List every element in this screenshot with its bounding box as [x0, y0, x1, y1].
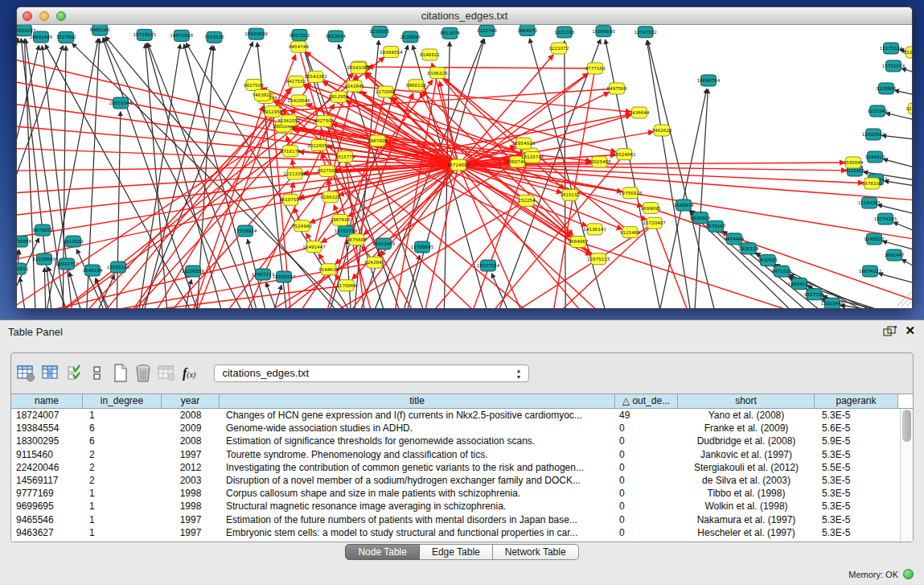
graph-node[interactable]: 6466160	[90, 25, 110, 35]
graph-node[interactable]: 16648784	[697, 75, 721, 86]
graph-node[interactable]: 1244413	[865, 151, 885, 163]
graph-node[interactable]: 1545194	[83, 265, 103, 276]
table-row[interactable]: 1872400712008Changes of HCN gene express…	[11, 409, 913, 422]
graph-node[interactable]: 9313939	[64, 236, 84, 247]
import-table-icon[interactable]	[158, 362, 177, 385]
graph-node[interactable]: 18524861	[613, 149, 636, 160]
graph-node[interactable]: 3125748	[477, 25, 497, 36]
table-row[interactable]: 2242004622012Investigating the contribut…	[11, 461, 913, 474]
table-row[interactable]: 946554611997Estimation of the future num…	[11, 513, 913, 526]
graph-node[interactable]: 12213386	[283, 168, 306, 179]
graph-node[interactable]: 8471626	[771, 266, 791, 277]
graph-node[interactable]: 19384554	[380, 47, 403, 58]
graph-node[interactable]: 9684067	[569, 236, 589, 247]
graph-node[interactable]: 12104385	[858, 197, 881, 208]
graph-node[interactable]: 13747032	[634, 27, 656, 38]
new-table-icon[interactable]	[113, 362, 129, 385]
graph-node[interactable]: 9329966	[877, 83, 897, 94]
graph-node[interactable]: 9242845	[344, 80, 364, 92]
graph-node[interactable]: 9218506	[370, 26, 390, 37]
graph-node[interactable]: 9146821	[420, 49, 440, 60]
network-graph-canvas[interactable]: 1403557220691406106532871527602646616010…	[17, 25, 912, 308]
graph-node[interactable]: 1595844	[844, 157, 864, 168]
graph-node[interactable]: 9827508	[317, 165, 337, 176]
graph-node[interactable]: 5878330	[862, 178, 882, 189]
table-options-icon[interactable]	[17, 362, 36, 385]
graph-node[interactable]: 8938923	[690, 212, 710, 224]
column-header-title[interactable]: title	[220, 394, 615, 408]
graph-node[interactable]: 7462620	[652, 125, 672, 136]
graph-node[interactable]: 12505135	[107, 262, 130, 273]
graph-node[interactable]: 1691447	[885, 249, 905, 261]
table-row[interactable]: 946362711997Embryonic stem cells: a mode…	[11, 526, 913, 539]
graph-node[interactable]: 9699695	[641, 203, 661, 214]
graph-node[interactable]: 8186328	[320, 192, 340, 203]
graph-node[interactable]: 20691406	[30, 31, 53, 43]
graph-node[interactable]: 1221393	[554, 27, 574, 38]
select-all-icon[interactable]	[67, 362, 84, 385]
table-row[interactable]: 1830029562008Estimation of significance …	[11, 435, 913, 447]
graph-node[interactable]: 2935114	[738, 243, 758, 254]
graph-node[interactable]: 1232544	[906, 103, 912, 114]
graph-node[interactable]: 1221072	[549, 43, 569, 54]
function-builder-icon[interactable]: f(x)	[183, 362, 195, 385]
table-chooser-dropdown[interactable]: citations_edges.txt▲▼	[214, 365, 529, 382]
graph-node[interactable]: 15564580	[592, 26, 615, 37]
graph-node[interactable]: 16874322	[859, 266, 881, 277]
graph-node[interactable]: 7515526	[204, 31, 224, 43]
column-header-year[interactable]: year	[162, 394, 220, 408]
table-row[interactable]: 1456911722003Disruption of a novel membe…	[11, 474, 913, 487]
float-panel-icon[interactable]	[883, 326, 897, 338]
column-header-out_de[interactable]: △ out_de...	[615, 394, 678, 408]
graph-node[interactable]: 14671938	[170, 30, 194, 41]
table-row[interactable]: 977716911998Corpus callosum shape and si…	[11, 487, 913, 500]
graph-node[interactable]: 1640934	[674, 200, 694, 211]
scrollbar-thumb[interactable]	[902, 410, 911, 442]
graph-node[interactable]: 16491447	[302, 241, 326, 253]
graph-node[interactable]: 1527602	[56, 31, 76, 43]
graph-node[interactable]: 18107554	[279, 194, 302, 205]
graph-node[interactable]: 8960128	[406, 80, 426, 91]
graph-node[interactable]: 18107554	[477, 260, 500, 271]
graph-node[interactable]: 9227349	[868, 105, 888, 117]
tab-edge-table[interactable]: Edge Table	[420, 544, 493, 560]
graph-node[interactable]: 12093582	[862, 129, 885, 140]
graph-node[interactable]: 11700645	[411, 241, 434, 253]
graph-node[interactable]: 8912954	[262, 106, 282, 117]
close-window-icon[interactable]	[23, 11, 32, 21]
column-header-short[interactable]: short	[678, 394, 815, 408]
graph-node[interactable]: 10719135	[133, 29, 157, 40]
table-row[interactable]: 969969511998Structural magnetic resonanc…	[11, 500, 913, 513]
graph-node[interactable]: 15751074	[882, 60, 906, 72]
graph-node[interactable]: 1170064	[336, 280, 356, 291]
graph-node[interactable]: 8912954	[329, 91, 349, 102]
graph-node[interactable]: 8427552	[286, 76, 306, 87]
graph-node[interactable]: 6497568	[607, 83, 627, 94]
tab-network-table[interactable]: Network Table	[493, 544, 579, 560]
zoom-window-icon[interactable]	[56, 11, 66, 21]
table-row[interactable]: 911546021997Tourette syndrome. Phenomeno…	[11, 448, 913, 461]
graph-node[interactable]: 9777169	[585, 63, 606, 74]
close-panel-icon[interactable]: ✕	[905, 323, 915, 338]
graph-node[interactable]: 252254	[518, 195, 536, 206]
graph-node[interactable]: 9975857	[33, 225, 53, 236]
graph-node[interactable]: 9474444	[724, 233, 744, 245]
graph-node[interactable]: 8350811	[17, 263, 29, 274]
graph-node[interactable]: 7632621	[758, 254, 778, 266]
graph-node[interactable]: 6679197	[706, 220, 726, 232]
table-row[interactable]: 1938455462009Genome-wide association stu…	[11, 422, 913, 435]
column-header-pagerank[interactable]: pagerank	[815, 394, 898, 408]
graph-node[interactable]: 8186328	[428, 68, 448, 79]
graph-node[interactable]: 14136141	[583, 224, 606, 235]
graph-node[interactable]: 9144634	[318, 264, 339, 275]
graph-node[interactable]: 19756928	[619, 187, 643, 199]
graph-node[interactable]: 6322035	[904, 47, 912, 58]
graph-node[interactable]: 16954923	[512, 138, 536, 149]
delete-table-icon[interactable]	[134, 362, 152, 385]
graph-node[interactable]: 1615152	[560, 189, 580, 200]
graph-node[interactable]: 7463822	[252, 89, 272, 101]
show-columns-icon[interactable]	[42, 362, 61, 385]
graph-node[interactable]: 5615779	[335, 151, 355, 163]
graph-node[interactable]: 11175104	[880, 43, 903, 54]
graph-node[interactable]: 9245022	[864, 233, 885, 245]
